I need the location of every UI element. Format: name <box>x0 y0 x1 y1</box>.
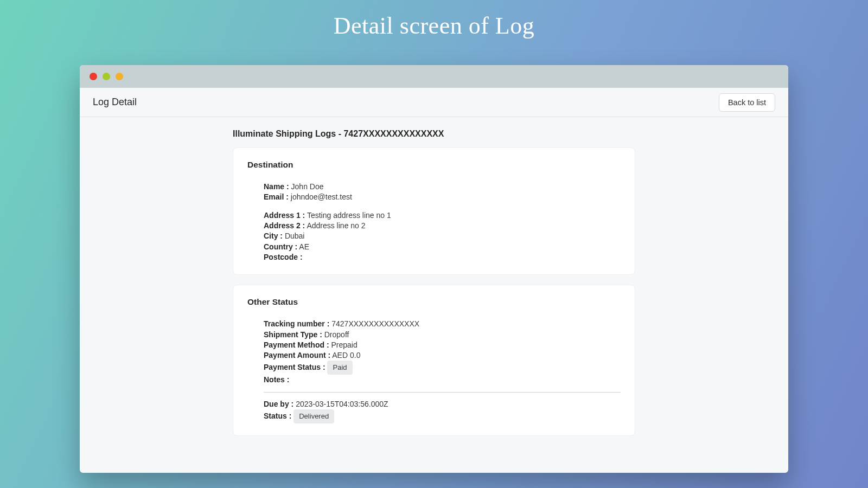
maximize-icon[interactable] <box>116 73 123 80</box>
label-address1: Address 1 : <box>264 211 305 220</box>
label-notes: Notes : <box>264 375 289 384</box>
value-address2: Address line no 2 <box>307 221 365 230</box>
value-tracking: 7427XXXXXXXXXXXXXX <box>331 319 419 328</box>
value-payment-amount: AED 0.0 <box>332 351 360 359</box>
label-payment-status: Payment Status : <box>264 363 326 371</box>
divider <box>264 392 621 393</box>
other-status-title: Other Status <box>247 297 621 307</box>
window-titlebar <box>80 65 788 88</box>
value-name: John Doe <box>291 182 324 191</box>
label-shipment-type: Shipment Type : <box>264 330 322 339</box>
destination-address-block: Address 1 : Testing address line no 1 Ad… <box>247 210 621 263</box>
value-due-by: 2023-03-15T04:03:56.000Z <box>296 400 388 408</box>
other-status-card: Other Status Tracking number : 7427XXXXX… <box>233 285 635 436</box>
content-area: Illuminate Shipping Logs - 7427XXXXXXXXX… <box>80 117 788 462</box>
close-icon[interactable] <box>90 73 97 80</box>
value-country: AE <box>299 242 309 251</box>
destination-contact-block: Name : John Doe Email : johndoe@test.tes… <box>247 182 621 203</box>
back-to-list-button[interactable]: Back to list <box>719 93 775 112</box>
value-email: johndoe@test.test <box>291 192 352 201</box>
app-window: Log Detail Back to list Illuminate Shipp… <box>80 65 788 473</box>
label-postcode: Postcode : <box>264 253 303 261</box>
label-due-by: Due by : <box>264 400 293 408</box>
label-email: Email : <box>264 192 289 201</box>
label-payment-amount: Payment Amount : <box>264 351 330 359</box>
label-address2: Address 2 : <box>264 221 305 230</box>
label-name: Name : <box>264 182 289 191</box>
destination-title: Destination <box>247 160 621 170</box>
label-payment-method: Payment Method : <box>264 341 329 349</box>
value-city: Dubai <box>285 232 305 240</box>
topbar: Log Detail Back to list <box>80 88 788 117</box>
destination-card: Destination Name : John Doe Email : john… <box>233 147 635 275</box>
value-payment-method: Prepaid <box>331 341 357 349</box>
log-heading: Illuminate Shipping Logs - 7427XXXXXXXXX… <box>233 129 635 139</box>
label-city: City : <box>264 232 283 240</box>
label-tracking: Tracking number : <box>264 319 329 328</box>
value-address1: Testing address line no 1 <box>307 211 391 220</box>
value-shipment-type: Dropoff <box>324 330 349 339</box>
payment-status-badge: Paid <box>327 361 352 375</box>
label-country: Country : <box>264 242 297 251</box>
page-title: Detail screen of Log <box>0 0 868 40</box>
label-status: Status : <box>264 412 291 420</box>
topbar-title: Log Detail <box>93 97 137 108</box>
status-badge: Delivered <box>293 409 334 423</box>
minimize-icon[interactable] <box>103 73 110 80</box>
other-status-block: Tracking number : 7427XXXXXXXXXXXXXX Shi… <box>247 319 621 423</box>
